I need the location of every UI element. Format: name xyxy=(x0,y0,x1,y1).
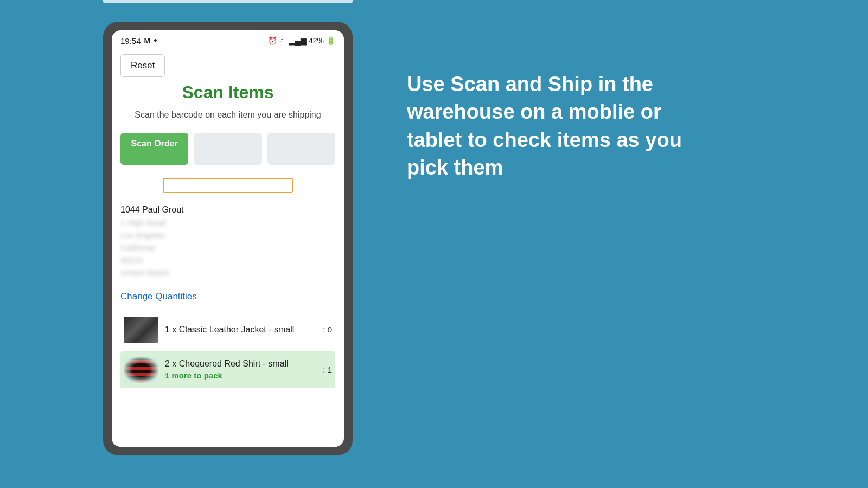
mail-icon: M xyxy=(144,36,151,45)
order-info: 1044 Paul Grout 1 High Road Los Angeles … xyxy=(120,205,335,277)
decorative-top-strip xyxy=(103,0,353,3)
tab-label: Scan Items xyxy=(206,139,250,148)
order-address-line: California xyxy=(120,243,335,252)
order-address-line: United States xyxy=(120,268,335,277)
item-row: 1 x Classic Leather Jacket - small : 0 xyxy=(120,311,335,348)
item-count: : 1 xyxy=(323,365,332,374)
order-address-line: 1 High Road xyxy=(120,218,335,227)
item-count: : 0 xyxy=(323,325,332,334)
status-time: 19:54 xyxy=(120,36,141,46)
item-pack-note: 1 more to pack xyxy=(165,371,316,380)
item-label: 1 x Classic Leather Jacket - small xyxy=(165,325,316,335)
item-thumbnail xyxy=(124,357,158,383)
item-text-block: 2 x Chequered Red Shirt - small 1 more t… xyxy=(165,359,316,380)
tab-scan-tracking[interactable]: Scan Tracking No xyxy=(267,133,335,164)
reset-button[interactable]: Reset xyxy=(120,54,165,77)
signal-icon: ▂▄▆ xyxy=(289,36,307,45)
item-thumbnail xyxy=(124,317,158,343)
item-row: 2 x Chequered Red Shirt - small 1 more t… xyxy=(120,351,335,388)
page-subtitle: Scan the barcode on each item you are sh… xyxy=(133,109,322,121)
tab-label: Scan Tracking No xyxy=(274,139,329,158)
items-list: 1 x Classic Leather Jacket - small : 0 2… xyxy=(120,311,335,388)
order-address-line: 90210 xyxy=(120,255,335,265)
change-quantities-link[interactable]: Change Quantities xyxy=(120,291,197,302)
order-id-name: 1044 Paul Grout xyxy=(120,205,335,215)
barcode-input[interactable] xyxy=(163,178,293,193)
marketing-headline: Use Scan and Ship in the warehouse on a … xyxy=(407,70,711,182)
item-label: 2 x Chequered Red Shirt - small xyxy=(165,359,316,369)
status-dot-icon: • xyxy=(154,36,157,46)
tab-scan-items[interactable]: Scan Items xyxy=(194,133,261,164)
status-bar: 19:54 M • ⏰ ᯤ ▂▄▆ 42% 🔋 xyxy=(112,30,344,48)
scan-tabs: Scan Order Scan Items Scan Tracking No xyxy=(120,133,335,164)
battery-text: 42% xyxy=(309,36,324,45)
device-frame: 19:54 M • ⏰ ᯤ ▂▄▆ 42% 🔋 Reset Scan Items… xyxy=(103,22,353,455)
alarm-icon: ⏰ xyxy=(268,36,277,45)
page-title: Scan Items xyxy=(112,82,344,102)
order-address-line: Los Angeles xyxy=(120,230,335,240)
wifi-icon: ᯤ xyxy=(279,36,287,45)
device-screen: 19:54 M • ⏰ ᯤ ▂▄▆ 42% 🔋 Reset Scan Items… xyxy=(112,30,344,447)
status-right: ⏰ ᯤ ▂▄▆ 42% 🔋 xyxy=(268,36,335,45)
status-left: 19:54 M • xyxy=(120,36,157,46)
tab-label: Scan Order xyxy=(131,139,178,148)
tab-scan-order[interactable]: Scan Order xyxy=(120,133,188,164)
battery-icon: 🔋 xyxy=(326,36,335,45)
